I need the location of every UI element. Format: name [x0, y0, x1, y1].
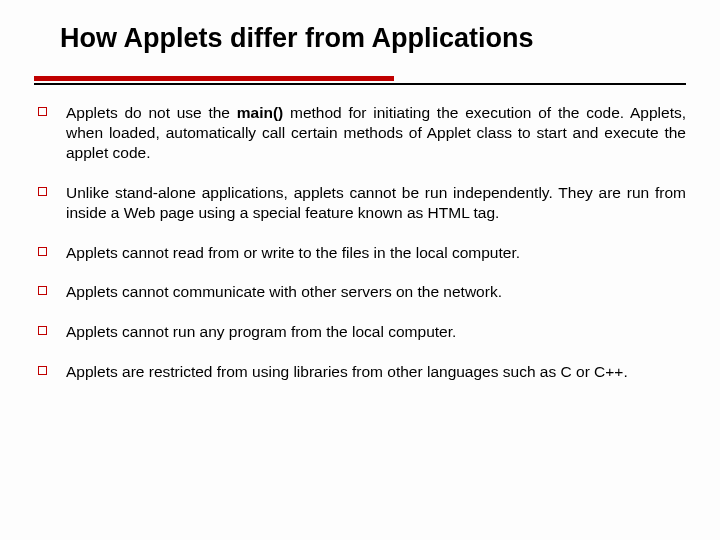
bullet-text-bold: main()	[237, 104, 284, 121]
list-item: Applets do not use the main() method for…	[34, 103, 686, 162]
bullet-text: Applets cannot communicate with other se…	[66, 283, 502, 300]
slide-title: How Applets differ from Applications	[60, 22, 620, 54]
bullet-text: Applets cannot read from or write to the…	[66, 244, 520, 261]
title-underline	[34, 76, 686, 85]
bullet-list: Applets do not use the main() method for…	[34, 103, 686, 381]
list-item: Applets cannot run any program from the …	[34, 322, 686, 342]
full-rule	[34, 83, 686, 85]
list-item: Applets are restricted from using librar…	[34, 362, 686, 382]
bullet-text: Applets are restricted from using librar…	[66, 363, 628, 380]
bullet-text: Applets cannot run any program from the …	[66, 323, 456, 340]
list-item: Applets cannot communicate with other se…	[34, 282, 686, 302]
accent-bar	[34, 76, 394, 81]
list-item: Unlike stand-alone applications, applets…	[34, 183, 686, 223]
bullet-text: Unlike stand-alone applications, applets…	[66, 184, 686, 221]
bullet-text-pre: Applets do not use the	[66, 104, 237, 121]
list-item: Applets cannot read from or write to the…	[34, 243, 686, 263]
